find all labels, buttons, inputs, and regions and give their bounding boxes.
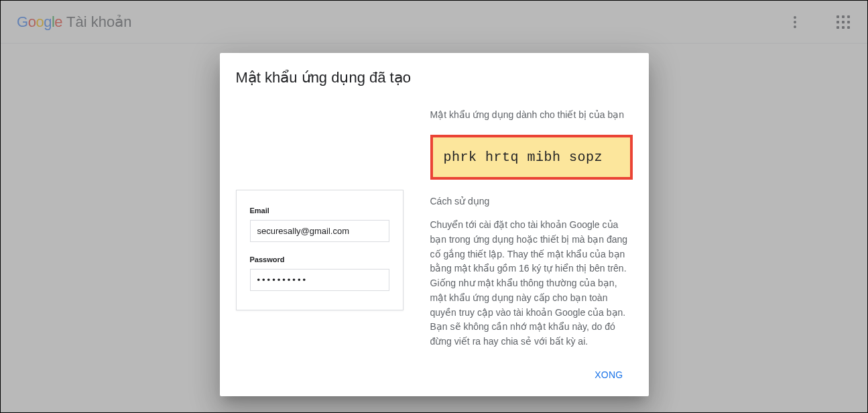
instructions-paragraph-2: Giống như mật khẩu thông thường của bạn,… xyxy=(430,276,633,349)
device-login-card: Email Password •••••••••• xyxy=(236,190,404,310)
how-to-use-heading: Cách sử dụng xyxy=(430,194,633,209)
password-label: Password xyxy=(250,255,389,263)
app-password-box: phrk hrtq mibh sopz xyxy=(430,135,633,180)
dialog-right-column: Mật khẩu ứng dụng dành cho thiết bị của … xyxy=(430,108,633,349)
password-field-display: •••••••••• xyxy=(250,269,389,291)
email-label: Email xyxy=(250,206,389,215)
dialog-body: Email Password •••••••••• Mật khẩu ứng d… xyxy=(236,108,633,349)
password-field-group: Password •••••••••• xyxy=(250,255,389,291)
dialog-actions: XONG xyxy=(236,363,633,387)
done-button[interactable]: XONG xyxy=(585,363,632,387)
dialog-title: Mật khẩu ứng dụng đã tạo xyxy=(236,69,633,86)
app-password-dialog: Mật khẩu ứng dụng đã tạo Email Password … xyxy=(220,53,649,396)
email-field[interactable] xyxy=(250,220,389,242)
instructions-paragraph-1: Chuyển tới cài đặt cho tài khoản Google … xyxy=(430,218,633,276)
app-password-value[interactable]: phrk hrtq mibh sopz xyxy=(444,150,603,165)
device-password-heading: Mật khẩu ứng dụng dành cho thiết bị của … xyxy=(430,108,633,123)
email-field-group: Email xyxy=(250,206,389,242)
modal-overlay: Mật khẩu ứng dụng đã tạo Email Password … xyxy=(1,1,867,412)
dialog-left-column: Email Password •••••••••• xyxy=(236,108,404,349)
